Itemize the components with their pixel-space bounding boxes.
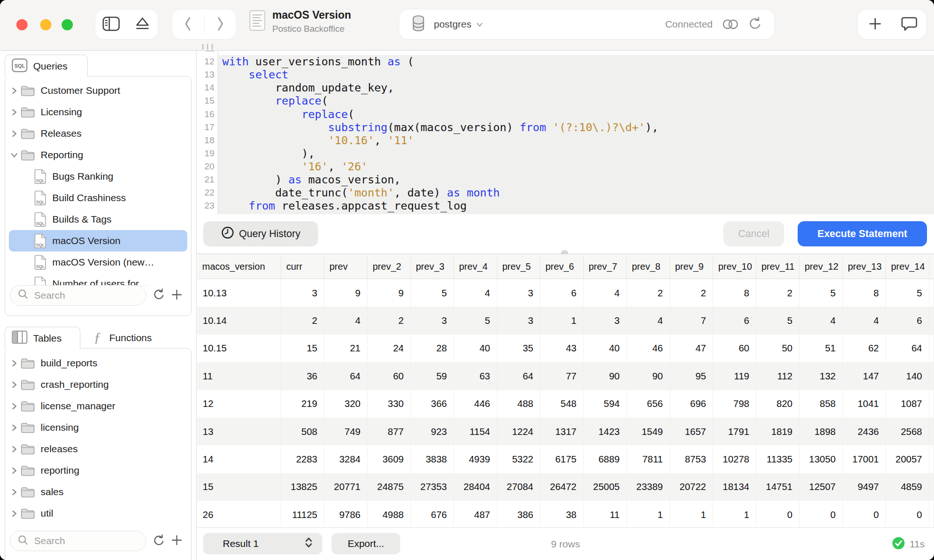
chevron-right-icon[interactable] — [10, 467, 21, 475]
table-row[interactable]: 1350874987792311541224131714231549165717… — [197, 418, 934, 445]
code-line[interactable]: 20 '16', '26' — [197, 160, 934, 173]
column-header-curr[interactable]: curr — [281, 254, 325, 279]
execute-statement-button[interactable]: Execute Statement — [798, 221, 927, 246]
pane-resize-grip[interactable] — [202, 44, 213, 50]
code-line[interactable]: 17 substring(max(macos_version) from '(?… — [197, 121, 934, 134]
sidebar-item-build-crashiness[interactable]: SQLBuild Crashiness — [9, 187, 187, 209]
sidebar-item-licensing[interactable]: Licensing — [9, 101, 187, 123]
query-history-button[interactable]: Query History — [203, 221, 318, 246]
sidebar-item-bugs-ranking[interactable]: SQLBugs Ranking — [9, 166, 187, 187]
feedback-button[interactable] — [892, 9, 926, 39]
new-item-button[interactable] — [858, 9, 892, 39]
cell-prev_3: 3838 — [411, 445, 454, 473]
code-line[interactable]: 21 ) as macos_version, — [197, 173, 934, 186]
add-table-button[interactable] — [171, 534, 183, 547]
zoom-button[interactable] — [62, 19, 73, 30]
code-line[interactable]: 15 replace( — [197, 94, 934, 107]
chevron-right-icon[interactable] — [10, 359, 21, 367]
sql-text: ), — [645, 121, 658, 134]
export-button[interactable]: Export... — [332, 533, 400, 554]
column-header-prev-5[interactable]: prev_5 — [497, 254, 541, 279]
add-query-button[interactable] — [171, 289, 183, 302]
table-row[interactable]: 10.13399543642282585 — [197, 279, 934, 307]
sidebar-item-reporting[interactable]: Reporting — [9, 144, 187, 166]
chevron-down-icon[interactable] — [10, 151, 21, 159]
database-selector[interactable]: postgres — [431, 18, 486, 30]
chevron-right-icon[interactable] — [10, 108, 21, 116]
sidebar-item-releases[interactable]: Releases — [9, 123, 187, 144]
column-header-prev-13[interactable]: prev_13 — [843, 254, 886, 279]
sidebar-item-builds-tags[interactable]: SQLBuilds & Tags — [9, 209, 187, 230]
chevron-right-icon[interactable] — [10, 402, 21, 410]
sidebar-item-crash-reporting[interactable]: crash_reporting — [9, 374, 187, 395]
sidebar-item-macos-version-new[interactable]: SQLmacOS Version (new… — [9, 252, 187, 273]
forward-button[interactable] — [205, 9, 237, 39]
sidebar-item-reporting[interactable]: reporting — [9, 460, 187, 481]
result-selector[interactable]: Result 1 — [203, 533, 322, 554]
column-header-prev-7[interactable]: prev_7 — [584, 254, 627, 279]
chevron-right-icon[interactable] — [10, 445, 21, 453]
cell-prev_12: 858 — [800, 390, 843, 418]
sql-text — [546, 121, 552, 134]
sidebar-item-build-reports[interactable]: build_reports — [9, 352, 187, 374]
column-header-prev-3[interactable]: prev_3 — [411, 254, 454, 279]
column-header-prev-6[interactable]: prev_6 — [540, 254, 584, 279]
column-header-prev-14[interactable]: prev_14 — [886, 254, 929, 279]
code-line[interactable]: 16 replace( — [197, 107, 934, 120]
code-line[interactable]: 18 '10.16', '11' — [197, 134, 934, 147]
chevron-right-icon[interactable] — [10, 424, 21, 432]
chevron-right-icon[interactable] — [10, 510, 21, 518]
code-line[interactable]: 13 select — [197, 68, 934, 81]
sidebar-item-customer-support[interactable]: Customer Support — [9, 80, 187, 101]
sidebar-item-macos-version[interactable]: SQLmacOS Version — [9, 230, 187, 252]
chevron-right-icon[interactable] — [10, 87, 21, 95]
column-header-prev-10[interactable]: prev_10 — [713, 254, 757, 279]
sidebar-item-util[interactable]: util — [9, 503, 187, 524]
chevron-right-icon[interactable] — [10, 381, 21, 389]
sidebar-toggle-button[interactable] — [95, 9, 127, 39]
cancel-button[interactable]: Cancel — [723, 221, 784, 246]
column-header-prev-4[interactable]: prev_4 — [454, 254, 497, 279]
column-header-prev-11[interactable]: prev_11 — [757, 254, 800, 279]
sidebar-item-license-manager[interactable]: license_manager — [9, 395, 187, 417]
reconnect-button[interactable] — [748, 16, 762, 33]
column-header-prev-12[interactable]: prev_12 — [800, 254, 843, 279]
sidebar-item-sales[interactable]: sales — [9, 481, 187, 503]
table-row[interactable]: 10.14242353134765446 — [197, 307, 934, 334]
back-button[interactable] — [172, 9, 204, 39]
tab-queries[interactable]: SQL Queries — [5, 55, 88, 77]
chevron-right-icon[interactable] — [10, 488, 21, 496]
code-line[interactable]: 19 ), — [197, 147, 934, 160]
sidebar-item-number-of-users-for[interactable]: SQLNumber of users for… — [9, 273, 187, 286]
eject-button[interactable] — [127, 9, 158, 39]
code-line[interactable]: 11 — [197, 51, 934, 55]
sidebar-item-licensing[interactable]: licensing — [9, 417, 187, 438]
table-row[interactable]: 26111259786498867648738638111110000 — [197, 501, 934, 528]
tables-search-input[interactable]: Search — [10, 531, 146, 551]
column-header-macos-version[interactable]: macos_version — [197, 254, 281, 279]
sidebar-item-releases[interactable]: releases — [9, 438, 187, 460]
column-header-prev-8[interactable]: prev_8 — [627, 254, 670, 279]
tab-functions[interactable]: ƒ Functions — [89, 327, 152, 349]
minimize-button[interactable] — [40, 19, 51, 30]
refresh-tables-button[interactable] — [153, 534, 165, 548]
column-header-prev-9[interactable]: prev_9 — [670, 254, 714, 279]
sql-editor[interactable]: 1112with user_versions_month as (13 sele… — [197, 51, 934, 214]
table-row[interactable]: 1136646059636477909095119112132147140 — [197, 362, 934, 390]
table-row[interactable]: 1221932033036644648854859465669679882085… — [197, 390, 934, 418]
code-line[interactable]: 22 date_trunc('month', date) as month — [197, 186, 934, 199]
refresh-queries-button[interactable] — [153, 288, 165, 302]
queries-tree: Customer SupportLicensingReleasesReporti… — [5, 80, 191, 286]
table-row[interactable]: 10.15152124284035434046476050516264 — [197, 335, 934, 362]
table-row[interactable]: 1422833284360938384939532261756889781187… — [197, 445, 934, 473]
column-header-prev-2[interactable]: prev_2 — [368, 254, 411, 279]
queries-search-input[interactable]: Search — [10, 285, 146, 306]
column-header-prev[interactable]: prev — [325, 254, 368, 279]
code-line[interactable]: 12with user_versions_month as ( — [197, 55, 934, 68]
close-button[interactable] — [16, 19, 28, 30]
table-row[interactable]: 1513825207712487527353284042708426472250… — [197, 473, 934, 501]
code-line[interactable]: 14 random_update_key, — [197, 81, 934, 94]
chevron-right-icon[interactable] — [10, 130, 21, 138]
code-line[interactable]: 23 from releases.appcast_request_log — [197, 199, 934, 212]
tab-tables[interactable]: Tables — [5, 327, 80, 349]
